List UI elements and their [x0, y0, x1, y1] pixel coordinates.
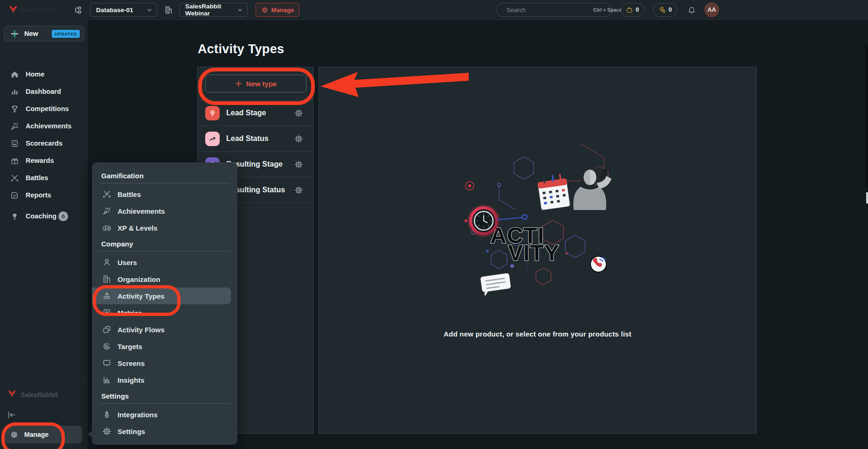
chevron-down-icon — [147, 7, 152, 13]
bell-icon[interactable] — [687, 6, 696, 14]
coins-count: 0 — [669, 7, 672, 13]
sidebar-item-scorecards[interactable]: Scorecards — [0, 135, 88, 151]
sidebar-item-rewards[interactable]: Rewards — [0, 153, 88, 168]
plus-icon — [235, 80, 242, 87]
manage-menu: Gamification Battles Achievements XP & L… — [92, 162, 237, 445]
menu-divider — [99, 251, 230, 252]
sidebar-item-reports[interactable]: Reports — [0, 187, 88, 203]
gear-icon — [102, 427, 111, 436]
brand-text: SalesRabbit — [21, 7, 56, 13]
trend-up-icon — [205, 132, 220, 146]
illustration-word-bottom: VITY — [508, 240, 560, 265]
lock-icon — [58, 211, 68, 221]
wallet-icon — [626, 7, 633, 14]
new-button[interactable]: New UPDATED — [4, 26, 84, 42]
app-screen: SalesRabbit Database-01 SalesRabbit Webi… — [0, 0, 868, 449]
menu-item-integrations[interactable]: Integrations — [92, 406, 237, 423]
topbar-manage-button[interactable]: Manage — [256, 3, 299, 17]
lightbulb-icon — [10, 212, 19, 221]
type-row-lead-status[interactable]: Lead Status — [198, 126, 313, 151]
shapes-icon — [102, 291, 111, 301]
new-type-button[interactable]: New type — [205, 75, 306, 92]
sidebar-item-battles[interactable]: Battles — [0, 170, 88, 186]
menu-item-targets[interactable]: Targets — [92, 338, 237, 355]
gift-icon — [10, 156, 19, 165]
confetti-icon — [102, 206, 111, 216]
hierarchy-icon[interactable] — [73, 6, 82, 14]
bar-chart-icon — [10, 87, 19, 96]
avatar[interactable]: AA — [704, 2, 719, 17]
gear-icon[interactable] — [294, 109, 303, 118]
lightbulb-icon — [205, 106, 220, 120]
scorecard-icon — [10, 139, 19, 148]
calendar-icon — [537, 173, 570, 210]
sidebar-manage-button[interactable]: Manage — [4, 426, 82, 443]
updated-badge: UPDATED — [52, 30, 80, 38]
collapse-sidebar-icon[interactable] — [7, 410, 17, 420]
page-title: Activity Types — [198, 42, 284, 56]
wallet-count: 0 — [636, 7, 639, 13]
gear-icon — [261, 7, 268, 14]
footer-brand-text: SalesRabbit — [21, 391, 58, 399]
building-icon[interactable] — [164, 6, 173, 14]
sidebar-item-achievements[interactable]: Achievements — [0, 118, 88, 134]
edge-artifact — [865, 45, 868, 188]
building-icon — [102, 274, 111, 284]
database-select[interactable]: Database-01 — [90, 3, 157, 17]
menu-item-metrics[interactable]: Metrics — [92, 304, 237, 321]
trophy-icon — [10, 105, 19, 113]
sidebar-item-competitions[interactable]: Competitions — [0, 101, 88, 117]
menu-section-gamification: Gamification — [92, 168, 237, 183]
phone-icon — [590, 256, 606, 272]
salesrabbit-logo-icon — [8, 5, 18, 15]
menu-item-xp-levels[interactable]: XP & Levels — [92, 219, 237, 236]
confetti-icon — [10, 122, 19, 131]
sidebar-item-dashboard[interactable]: Dashboard — [0, 84, 88, 99]
menu-divider — [99, 183, 230, 183]
metric-icon — [102, 308, 111, 317]
menu-item-organization[interactable]: Organization — [92, 271, 237, 288]
topbar: SalesRabbit Database-01 SalesRabbit Webi… — [0, 0, 868, 20]
menu-item-activity-types[interactable]: Activity Types — [92, 288, 231, 304]
target-dot-icon — [465, 182, 474, 190]
coins-pill-button[interactable]: 0 — [653, 3, 677, 17]
global-search[interactable]: Ctrl + Space — [496, 3, 612, 17]
sidebar-item-coaching[interactable]: Coaching — [0, 208, 88, 224]
search-shortcut: Ctrl + Space — [593, 7, 622, 13]
menu-item-battles[interactable]: Battles — [92, 186, 237, 203]
menu-item-users[interactable]: Users — [92, 254, 237, 271]
sidebar-item-home[interactable]: Home — [0, 66, 88, 82]
user-icon — [102, 258, 111, 267]
insights-icon — [102, 375, 111, 385]
swords-icon — [102, 189, 111, 199]
plus-icon — [11, 30, 19, 38]
report-icon — [10, 191, 19, 200]
speech-bubble-icon — [480, 273, 512, 295]
coins-icon — [659, 6, 666, 14]
gear-icon[interactable] — [294, 134, 303, 143]
sidebar: New UPDATED Home Dashboard Competitions … — [0, 20, 88, 449]
swords-icon — [10, 174, 19, 182]
flows-icon — [102, 325, 111, 334]
rocket-icon — [102, 410, 111, 419]
monitor-icon — [102, 358, 111, 368]
menu-pointer — [88, 430, 92, 438]
salesrabbit-footer-logo-icon — [7, 389, 17, 399]
wallet-pill-button[interactable]: 0 — [620, 3, 645, 17]
sidebar-divider — [0, 384, 88, 384]
menu-section-settings: Settings — [92, 388, 237, 403]
menu-item-screens[interactable]: Screens — [92, 355, 237, 372]
search-input[interactable] — [506, 6, 590, 14]
workspace-select[interactable]: SalesRabbit Webinar — [179, 3, 248, 17]
gear-icon[interactable] — [294, 160, 303, 169]
menu-item-achievements[interactable]: Achievements — [92, 203, 237, 219]
person-photo — [573, 167, 611, 210]
menu-item-activity-flows[interactable]: Activity Flows — [92, 321, 237, 338]
type-row-lead-stage[interactable]: Lead Stage — [198, 100, 313, 126]
chevron-down-icon — [237, 7, 243, 13]
controller-icon — [102, 223, 111, 232]
activity-illustration: ACTI VITY — [403, 134, 630, 295]
gear-icon[interactable] — [294, 186, 303, 195]
menu-item-settings[interactable]: Settings — [92, 423, 237, 440]
menu-item-insights[interactable]: Insights — [92, 372, 237, 388]
